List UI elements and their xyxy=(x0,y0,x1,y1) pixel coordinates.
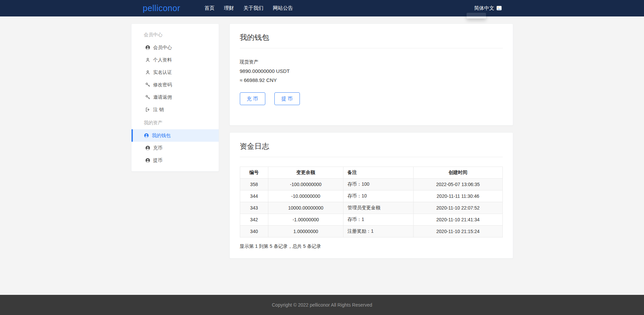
language-dropdown-stub xyxy=(467,13,486,18)
nav-link-about[interactable]: 关于我们 xyxy=(244,5,264,11)
wallet-card: 我的钱包 现货资产 9890.00000000 USDT ≈ 66988.92 … xyxy=(229,24,513,126)
user-circle-icon xyxy=(145,145,150,150)
column-header-remark: 备注 xyxy=(343,167,414,179)
cell-amount: 10000.00000000 xyxy=(268,202,343,214)
cell-id: 342 xyxy=(240,214,268,226)
deposit-button[interactable]: 充 币 xyxy=(240,92,265,105)
page-footer: Copyright © 2022 pelliconor All Rights R… xyxy=(0,295,644,315)
cell-amount: -100.00000000 xyxy=(268,179,343,190)
cell-time: 2020-11-10 21:15:24 xyxy=(414,226,502,237)
user-circle-icon xyxy=(144,133,149,138)
wallet-fiat-estimate: ≈ 66988.92 CNY xyxy=(240,76,503,85)
table-row: 358 -100.00000000 存币：100 2022-05-07 13:0… xyxy=(240,179,502,190)
user-circle-icon xyxy=(145,45,150,50)
table-row: 340 1.00000000 注册奖励：1 2020-11-10 21:15:2… xyxy=(240,226,502,237)
sidebar-item-kyc[interactable]: 实名认证 xyxy=(131,66,219,79)
divider xyxy=(240,157,503,157)
sidebar-item-profile[interactable]: 个人资料 xyxy=(131,54,219,66)
pagination-summary: 显示第 1 到第 5 条记录，总共 5 条记录 xyxy=(240,243,503,250)
nav-link-finance[interactable]: 理财 xyxy=(224,5,234,11)
main-column: 我的钱包 现货资产 9890.00000000 USDT ≈ 66988.92 … xyxy=(229,24,513,259)
fund-log-table: 编号 变更余额 备注 创建时间 358 -100.00000000 存币：100… xyxy=(240,167,503,237)
language-flag-image-icon xyxy=(496,6,502,11)
cell-amount: 1.00000000 xyxy=(268,226,343,237)
sidebar-item-label: 实名认证 xyxy=(153,70,172,76)
cell-time: 2020-11-11 11:30:46 xyxy=(414,190,502,202)
cell-remark: 存币：100 xyxy=(343,179,414,190)
sidebar-section-header-member: 会员中心 xyxy=(131,28,219,41)
spot-asset-label: 现货资产 xyxy=(240,57,503,66)
sidebar-item-withdraw[interactable]: 提币 xyxy=(131,154,219,167)
table-row: 343 10000.00000000 管理员变更金额 2020-11-10 22… xyxy=(240,202,502,214)
cell-id: 358 xyxy=(240,179,268,190)
sidebar-item-logout[interactable]: 注 销 xyxy=(131,103,219,116)
cell-time: 2020-11-10 22:07:52 xyxy=(414,202,502,214)
sidebar-item-referral[interactable]: 邀请返佣 xyxy=(131,91,219,103)
sidebar-item-label: 个人资料 xyxy=(153,57,172,63)
withdraw-button[interactable]: 提 币 xyxy=(274,92,300,105)
sidebar-item-label: 邀请返佣 xyxy=(153,94,172,100)
cell-remark: 注册奖励：1 xyxy=(343,226,414,237)
cell-remark: 管理员变更金额 xyxy=(343,202,414,214)
cell-remark: 存币：10 xyxy=(343,190,414,202)
sidebar-item-label: 充币 xyxy=(153,145,163,151)
language-label: 简体中文 xyxy=(474,5,494,11)
page-content: 会员中心 会员中心 个人资料 实名认证 xyxy=(0,16,644,295)
table-row: 344 -10.00000000 存币：10 2020-11-11 11:30:… xyxy=(240,190,502,202)
cell-amount: -10.00000000 xyxy=(268,190,343,202)
cell-id: 343 xyxy=(240,202,268,214)
cell-time: 2020-11-10 21:41:34 xyxy=(414,214,502,226)
sidebar-item-deposit[interactable]: 充币 xyxy=(131,142,219,154)
cell-id: 344 xyxy=(240,190,268,202)
cell-id: 340 xyxy=(240,226,268,237)
top-navbar: pelliconor 首页 理财 关于我们 网站公告 简体中文 xyxy=(0,0,644,16)
user-icon xyxy=(145,57,150,62)
sidebar-item-label: 注 销 xyxy=(153,107,164,113)
cell-amount: -1.00000000 xyxy=(268,214,343,226)
user-circle-icon xyxy=(145,158,150,163)
table-header-row: 编号 变更余额 备注 创建时间 xyxy=(240,167,502,179)
copyright-text: Copyright © 2022 pelliconor All Rights R… xyxy=(272,302,372,308)
cell-time: 2022-05-07 13:06:35 xyxy=(414,179,502,190)
brand-logo[interactable]: pelliconor xyxy=(143,3,180,13)
sidebar-item-member-center[interactable]: 会员中心 xyxy=(131,41,219,54)
key-icon xyxy=(145,82,150,87)
nav-link-home[interactable]: 首页 xyxy=(205,5,215,11)
logout-icon xyxy=(145,107,150,112)
main-nav: 首页 理财 关于我们 网站公告 xyxy=(205,5,293,11)
table-row: 342 -1.00000000 存币：1 2020-11-10 21:41:34 xyxy=(240,214,502,226)
wallet-balance: 9890.00000000 USDT xyxy=(240,66,503,76)
user-icon xyxy=(145,70,150,75)
account-sidebar: 会员中心 会员中心 个人资料 实名认证 xyxy=(131,24,219,172)
sidebar-item-my-wallet[interactable]: 我的钱包 xyxy=(131,129,219,142)
nav-link-announcements[interactable]: 网站公告 xyxy=(273,5,293,11)
cell-remark: 存币：1 xyxy=(343,214,414,226)
fund-log-card: 资金日志 编号 变更余额 备注 创建时间 358 xyxy=(229,132,513,259)
sidebar-item-change-password[interactable]: 修改密码 xyxy=(131,79,219,91)
wallet-card-title: 我的钱包 xyxy=(240,32,503,48)
sidebar-item-label: 提币 xyxy=(153,158,163,164)
sidebar-item-label: 我的钱包 xyxy=(152,133,171,139)
column-header-amount: 变更余额 xyxy=(268,167,343,179)
column-header-time: 创建时间 xyxy=(414,167,502,179)
sidebar-section-header-assets: 我的资产 xyxy=(131,116,219,129)
sidebar-item-label: 修改密码 xyxy=(153,82,172,88)
divider xyxy=(240,48,503,48)
column-header-id: 编号 xyxy=(240,167,268,179)
sidebar-item-label: 会员中心 xyxy=(153,45,172,51)
fund-log-title: 资金日志 xyxy=(240,141,503,157)
key-icon xyxy=(145,95,150,100)
